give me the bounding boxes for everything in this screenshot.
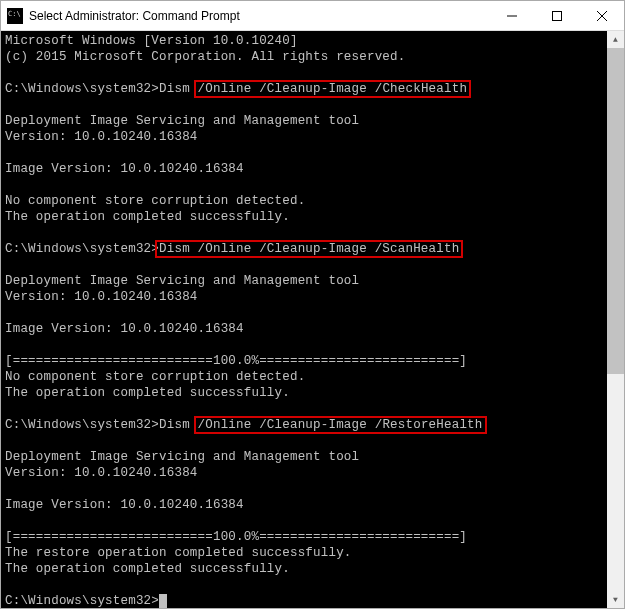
no-corruption-2: No component store corruption detected. — [5, 370, 305, 384]
vertical-scrollbar[interactable]: ▲ ▼ — [607, 31, 624, 608]
restore-success: The restore operation completed successf… — [5, 546, 352, 560]
op-success-2: The operation completed successfully. — [5, 386, 290, 400]
copyright-line: (c) 2015 Microsoft Corporation. All righ… — [5, 50, 405, 64]
terminal-container: Microsoft Windows [Version 10.0.10240] (… — [1, 31, 624, 608]
op-success-3: The operation completed successfully. — [5, 562, 290, 576]
dism-version-1: Version: 10.0.10240.16384 — [5, 130, 198, 144]
dism-version-2: Version: 10.0.10240.16384 — [5, 290, 198, 304]
dism-header-3: Deployment Image Servicing and Managemen… — [5, 450, 359, 464]
minimize-button[interactable] — [489, 1, 534, 30]
highlight-scanhealth: Dism /Online /Cleanup-Image /ScanHealth — [155, 240, 463, 258]
titlebar[interactable]: Select Administrator: Command Prompt — [1, 1, 624, 31]
close-button[interactable] — [579, 1, 624, 30]
image-version-3: Image Version: 10.0.10240.16384 — [5, 498, 244, 512]
dism-header-1: Deployment Image Servicing and Managemen… — [5, 114, 359, 128]
scroll-up-arrow-icon[interactable]: ▲ — [607, 31, 624, 48]
maximize-button[interactable] — [534, 1, 579, 30]
window-controls — [489, 1, 624, 30]
prompt-final: C:\Windows\system32> — [5, 594, 159, 608]
prompt-1: C:\Windows\system32> — [5, 82, 159, 96]
image-version-2: Image Version: 10.0.10240.16384 — [5, 322, 244, 336]
cmd1-prefix: Dism — [159, 82, 198, 96]
prompt-2: C:\Windows\system32> — [5, 242, 159, 256]
svg-rect-1 — [552, 11, 561, 20]
progress-bar-1: [==========================100.0%=======… — [5, 354, 467, 368]
dism-header-2: Deployment Image Servicing and Managemen… — [5, 274, 359, 288]
progress-bar-2: [==========================100.0%=======… — [5, 530, 467, 544]
window-title: Select Administrator: Command Prompt — [29, 9, 489, 23]
scroll-down-arrow-icon[interactable]: ▼ — [607, 591, 624, 608]
os-version-line: Microsoft Windows [Version 10.0.10240] — [5, 34, 298, 48]
op-success-1: The operation completed successfully. — [5, 210, 290, 224]
highlight-checkhealth: /Online /Cleanup-Image /CheckHealth — [194, 80, 472, 98]
cmd3-prefix: Dism — [159, 418, 198, 432]
cmd-icon — [7, 8, 23, 24]
dism-version-3: Version: 10.0.10240.16384 — [5, 466, 198, 480]
scrollbar-track[interactable] — [607, 48, 624, 591]
no-corruption-1: No component store corruption detected. — [5, 194, 305, 208]
highlight-restorehealth: /Online /Cleanup-Image /RestoreHealth — [194, 416, 487, 434]
terminal-output[interactable]: Microsoft Windows [Version 10.0.10240] (… — [1, 31, 607, 608]
scrollbar-thumb[interactable] — [607, 48, 624, 374]
command-prompt-window: Select Administrator: Command Prompt Mic… — [0, 0, 625, 609]
prompt-3: C:\Windows\system32> — [5, 418, 159, 432]
image-version-1: Image Version: 10.0.10240.16384 — [5, 162, 244, 176]
cursor — [159, 594, 167, 608]
